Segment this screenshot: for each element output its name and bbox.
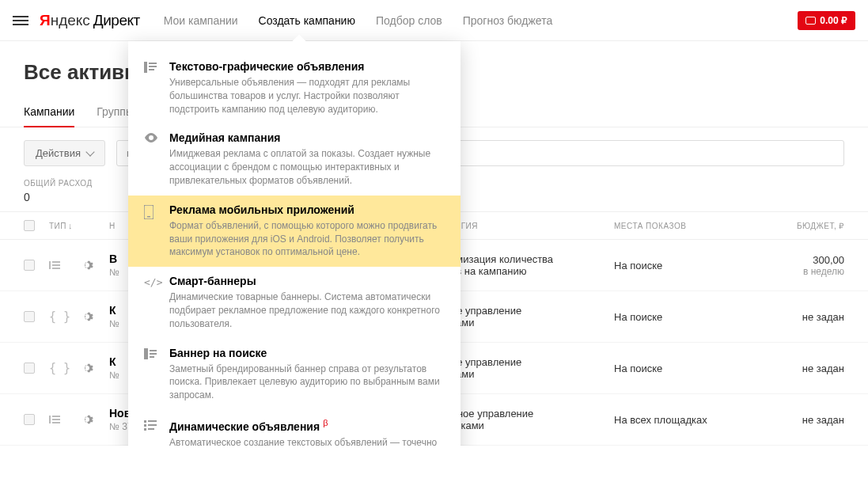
menu-icon[interactable] xyxy=(13,13,28,28)
actions-label: Действия xyxy=(36,147,81,159)
svg-rect-5 xyxy=(147,216,150,218)
dropdown-item-1[interactable]: Медийная кампания Имиджевая реклама с оп… xyxy=(128,123,461,195)
row-budget: не задан xyxy=(764,414,844,426)
svg-rect-14 xyxy=(148,424,157,426)
row-budget: не задан xyxy=(764,363,844,374)
row-strategy: птимизация количестваиков на кампанию xyxy=(440,253,614,277)
row-strategy: Ручное управлениеставками xyxy=(440,408,614,431)
mobile-icon xyxy=(144,203,158,259)
svg-rect-12 xyxy=(144,428,146,431)
row-place: На поиске xyxy=(614,311,764,323)
svg-rect-9 xyxy=(150,356,154,358)
chevron-down-icon xyxy=(85,147,94,156)
svg-rect-2 xyxy=(149,66,157,67)
logo-ya: Я xyxy=(40,12,51,29)
row-type-icon: { } xyxy=(49,309,81,324)
row-budget: не задан xyxy=(764,311,844,323)
select-all-checkbox[interactable] xyxy=(24,220,35,231)
svg-rect-8 xyxy=(150,353,157,355)
dropdown-item-3[interactable]: </> Смарт-баннеры Динамические товарные … xyxy=(128,267,461,338)
dropdown-item-title: Динамические объявленияβ xyxy=(169,418,445,433)
nav-budget-forecast[interactable]: Прогноз бюджета xyxy=(463,14,553,27)
actions-button[interactable]: Действия xyxy=(24,140,105,166)
nav-keywords[interactable]: Подбор слов xyxy=(376,14,442,27)
dropdown-item-desc: Заметный брендированный баннер справа от… xyxy=(169,363,445,402)
row-checkbox[interactable] xyxy=(24,414,35,425)
row-checkbox[interactable] xyxy=(24,363,35,374)
create-campaign-dropdown: Текстово-графические объявления Универса… xyxy=(128,41,461,446)
dropdown-item-2[interactable]: Реклама мобильных приложений Формат объя… xyxy=(128,196,461,267)
svg-rect-6 xyxy=(144,348,148,359)
col-place[interactable]: МЕСТА ПОКАЗОВ xyxy=(614,222,764,230)
col-type[interactable]: ТИП↓ xyxy=(49,221,81,230)
row-type-icon xyxy=(49,416,81,423)
dropdown-item-desc: Имиджевая реклама с оплатой за показы. С… xyxy=(169,147,445,187)
dropdown-item-desc: Динамические товарные баннеры. Система а… xyxy=(169,290,445,330)
row-place: На поиске xyxy=(614,363,764,374)
tab-campaigns[interactable]: Кампании xyxy=(24,99,74,127)
settings-gear-icon[interactable] xyxy=(81,310,109,323)
svg-rect-10 xyxy=(144,420,146,423)
svg-rect-11 xyxy=(144,424,146,427)
settings-gear-icon[interactable] xyxy=(81,413,109,426)
dropdown-item-desc: Универсальные объявления — подходят для … xyxy=(169,76,445,116)
dropdown-item-desc: Формат объявлений, с помощью которого мо… xyxy=(169,219,445,259)
svg-rect-3 xyxy=(149,69,154,70)
dropdown-item-title: Баннер на поиске xyxy=(169,347,445,359)
svg-rect-7 xyxy=(150,350,157,351)
text-icon xyxy=(144,60,158,116)
row-place: На всех площадках xyxy=(614,414,764,426)
dropdown-item-title: Медийная кампания xyxy=(169,131,445,144)
row-type-icon: { } xyxy=(49,361,81,375)
svg-rect-13 xyxy=(148,420,157,422)
balance-value: 0.00 ₽ xyxy=(820,15,847,26)
col-strategy[interactable]: РАТЕГИЯ xyxy=(440,222,614,230)
dropdown-item-desc: Автоматическое создание текстовых объявл… xyxy=(169,436,445,446)
row-budget: 300,00в неделю xyxy=(764,254,844,277)
dropdown-item-title: Текстово-графические объявления xyxy=(169,60,445,73)
logo-direct: Директ xyxy=(93,12,140,29)
col-budget[interactable]: БЮДЖЕТ, ₽ xyxy=(764,222,844,230)
dropdown-item-title: Реклама мобильных приложений xyxy=(169,203,445,216)
logo-rest: ндекс xyxy=(51,12,90,29)
balance-button[interactable]: 0.00 ₽ xyxy=(798,11,855,30)
svg-rect-0 xyxy=(144,62,147,73)
banner-icon xyxy=(144,347,158,402)
row-type-icon xyxy=(49,261,81,269)
svg-rect-1 xyxy=(149,63,157,64)
top-nav: Мои кампании Создать кампанию Подбор сло… xyxy=(164,14,798,27)
svg-rect-15 xyxy=(148,428,154,430)
dropdown-item-5[interactable]: Динамические объявленияβ Автоматическое … xyxy=(128,410,461,446)
wallet-icon xyxy=(805,17,816,25)
row-place: На поиске xyxy=(614,260,764,271)
nav-create-campaign[interactable]: Создать кампанию xyxy=(259,14,355,27)
eye-icon xyxy=(144,131,158,187)
logo[interactable]: Яндекс Директ xyxy=(40,12,140,29)
dropdown-item-4[interactable]: Баннер на поиске Заметный брендированный… xyxy=(128,339,461,410)
row-strategy: чное управлениеавками xyxy=(440,356,614,380)
dynamic-icon xyxy=(144,418,158,446)
settings-gear-icon[interactable] xyxy=(81,362,109,374)
row-checkbox[interactable] xyxy=(24,260,35,271)
code-icon: </> xyxy=(144,275,158,330)
row-checkbox[interactable] xyxy=(24,311,35,322)
nav-my-campaigns[interactable]: Мои кампании xyxy=(164,14,238,27)
dropdown-item-title: Смарт-баннеры xyxy=(169,275,445,287)
row-strategy: чное управлениеавками xyxy=(440,305,614,328)
dropdown-item-0[interactable]: Текстово-графические объявления Универса… xyxy=(128,52,461,123)
settings-gear-icon[interactable] xyxy=(81,259,109,271)
